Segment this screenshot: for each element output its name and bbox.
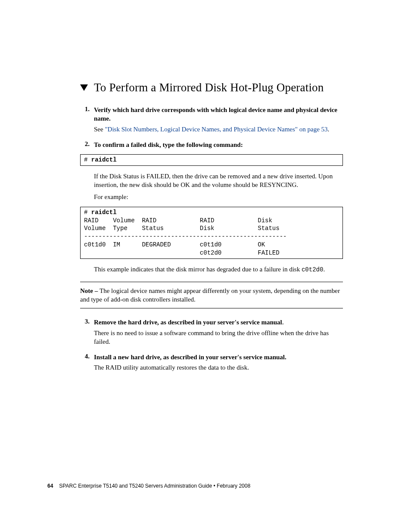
- inline-code: c0t2d0: [302, 266, 323, 273]
- step-title-line: Remove the hard drive, as described in y…: [94, 318, 343, 327]
- step-number: 1.: [80, 106, 90, 134]
- xref-link[interactable]: "Disk Slot Numbers, Logical Device Names…: [105, 126, 327, 133]
- step-body: To confirm a failed disk, type the follo…: [94, 140, 343, 149]
- step-4: 4. Install a new hard drive, as describe…: [80, 353, 343, 372]
- step-title: Verify which hard drive corresponds with…: [94, 106, 343, 123]
- code-block-1: # raidctl: [80, 154, 343, 166]
- svg-marker-0: [80, 84, 88, 91]
- text: This example indicates that the disk mir…: [94, 266, 302, 273]
- prompt: #: [84, 209, 91, 216]
- down-triangle-icon: [80, 84, 88, 91]
- step-2: 2. To confirm a failed disk, type the fo…: [80, 140, 343, 149]
- step-3: 3. Remove the hard drive, as described i…: [80, 318, 343, 346]
- period: .: [282, 318, 284, 326]
- paragraph: For example:: [94, 193, 343, 201]
- note-label: Note –: [80, 287, 100, 294]
- ordered-steps: 1. Verify which hard drive corresponds w…: [80, 106, 343, 149]
- step-body: Verify which hard drive corresponds with…: [94, 106, 343, 134]
- step-number: 3.: [80, 318, 90, 346]
- command: raidctl: [91, 209, 117, 216]
- code-block-2: # raidctl RAID Volume RAID RAID Disk Vol…: [80, 207, 343, 259]
- prompt: #: [84, 156, 91, 163]
- command: raidctl: [91, 156, 117, 163]
- code-output: RAID Volume RAID RAID Disk Volume Type S…: [84, 217, 286, 257]
- step-body: Install a new hard drive, as described i…: [94, 353, 343, 372]
- ordered-steps-cont: 3. Remove the hard drive, as described i…: [80, 318, 343, 372]
- page-content: To Perform a Mirrored Disk Hot-Plug Oper…: [80, 81, 343, 375]
- text: .: [323, 266, 325, 273]
- page-footer: 64 SPARC Enterprise T5140 and T5240 Serv…: [47, 483, 250, 489]
- note-block: Note – The logical device names might ap…: [80, 282, 343, 309]
- page-number: 64: [47, 483, 53, 489]
- step-title: Remove the hard drive, as described in y…: [94, 319, 282, 326]
- footer-text: SPARC Enterprise T5140 and T5240 Servers…: [59, 483, 250, 489]
- post-code-text: If the Disk Status is FAILED, then the d…: [94, 172, 343, 202]
- paragraph: If the Disk Status is FAILED, then the d…: [94, 172, 343, 190]
- step-para: See "Disk Slot Numbers, Logical Device N…: [94, 125, 343, 134]
- step-1: 1. Verify which hard drive corresponds w…: [80, 106, 343, 134]
- see-prefix: See: [94, 126, 105, 133]
- step-title: Install a new hard drive, as described i…: [94, 353, 343, 361]
- step-para: The RAID utility automatically restores …: [94, 363, 343, 372]
- section-heading: To Perform a Mirrored Disk Hot-Plug Oper…: [80, 81, 343, 94]
- step-title: To confirm a failed disk, type the follo…: [94, 140, 343, 149]
- step-para: There is no need to issue a software com…: [94, 329, 343, 346]
- period: .: [328, 126, 330, 133]
- heading-text: To Perform a Mirrored Disk Hot-Plug Oper…: [94, 81, 324, 94]
- post-code2-text: This example indicates that the disk mir…: [94, 265, 343, 274]
- paragraph: This example indicates that the disk mir…: [94, 265, 343, 274]
- step-body: Remove the hard drive, as described in y…: [94, 318, 343, 346]
- step-number: 2.: [80, 140, 90, 149]
- note-body: The logical device names might appear di…: [80, 287, 340, 303]
- step-number: 4.: [80, 353, 90, 372]
